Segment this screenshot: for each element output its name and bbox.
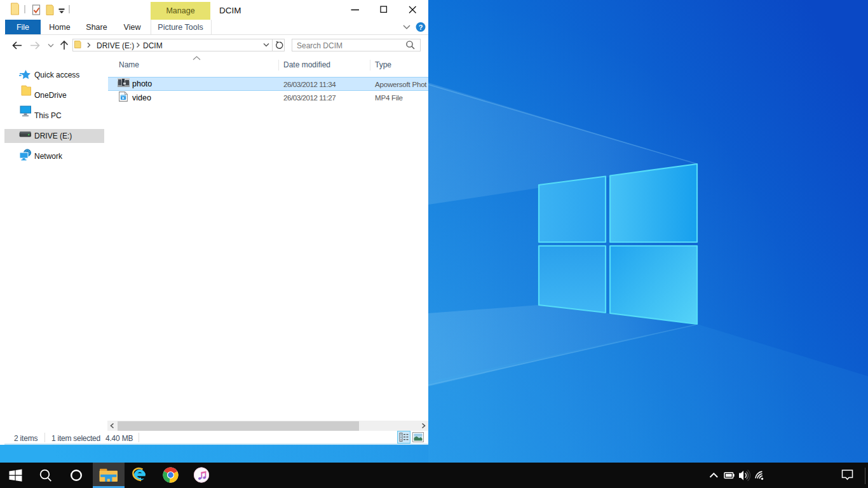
svg-text:?: ? bbox=[419, 24, 423, 31]
